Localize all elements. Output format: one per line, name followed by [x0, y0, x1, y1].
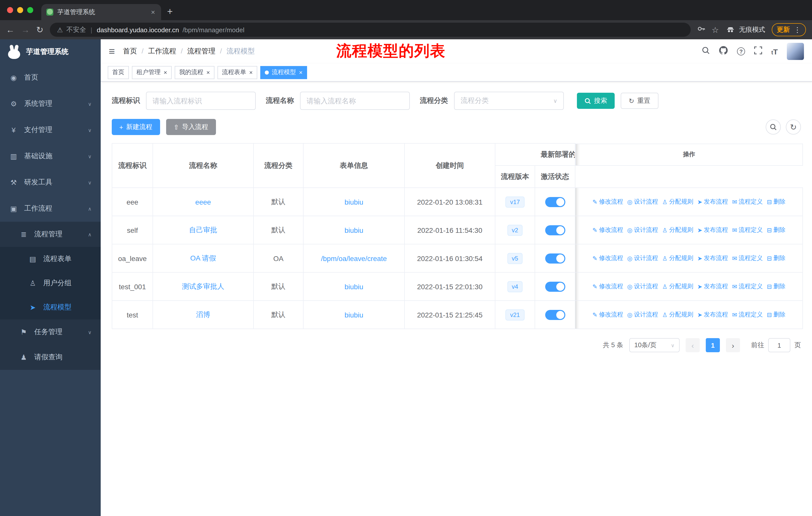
form-info-link[interactable]: biubiu [345, 282, 364, 291]
tag-my-process[interactable]: 我的流程 × [175, 66, 214, 79]
fullscreen-icon[interactable] [754, 46, 762, 56]
app-logo[interactable]: 芋道管理系统 [0, 39, 101, 64]
update-button[interactable]: 更新 ⋮ [772, 23, 806, 36]
forward-icon[interactable]: → [21, 25, 30, 34]
process-name-link[interactable]: OA 请假 [190, 254, 216, 262]
browser-menu-icon[interactable]: ⋮ [794, 26, 801, 34]
modify-process-link[interactable]: ✎修改流程 [592, 197, 623, 206]
reload-icon[interactable]: ↻ [36, 25, 44, 34]
tag-process-model[interactable]: 流程模型 × [260, 66, 307, 79]
sidebar-item-devtools[interactable]: ⚒ 研发工具 ∨ [0, 169, 101, 195]
assign-rule-link[interactable]: ♙分配规则 [662, 254, 693, 263]
create-process-button[interactable]: + 新建流程 [112, 119, 160, 135]
process-name-link[interactable]: 滔博 [196, 310, 210, 318]
user-avatar[interactable] [787, 43, 804, 60]
sidebar-item-user-group[interactable]: ♙ 用户分组 [0, 271, 101, 295]
active-toggle[interactable] [545, 253, 565, 263]
publish-process-link[interactable]: ➤发布流程 [697, 310, 728, 319]
window-zoom-button[interactable] [27, 7, 33, 13]
import-process-button[interactable]: ⇧ 导入流程 [166, 119, 216, 135]
modify-process-link[interactable]: ✎修改流程 [592, 310, 623, 319]
tag-close-icon[interactable]: × [164, 69, 167, 76]
process-definition-link[interactable]: ✉流程定义 [732, 310, 763, 319]
next-page-button[interactable]: › [726, 338, 740, 352]
prev-page-button[interactable]: ‹ [686, 338, 700, 352]
process-definition-link[interactable]: ✉流程定义 [732, 197, 763, 206]
publish-process-link[interactable]: ➤发布流程 [697, 226, 728, 234]
breadcrumb-process-management[interactable]: 流程管理 [176, 47, 215, 56]
process-definition-link[interactable]: ✉流程定义 [732, 254, 763, 263]
tag-close-icon[interactable]: × [206, 69, 210, 76]
hamburger-icon[interactable]: ≡ [109, 45, 115, 57]
delete-link[interactable]: ⊟删除 [767, 310, 785, 319]
active-toggle[interactable] [545, 281, 565, 292]
goto-page-input[interactable] [768, 338, 790, 352]
delete-link[interactable]: ⊟删除 [767, 197, 785, 206]
assign-rule-link[interactable]: ♙分配规则 [662, 197, 693, 206]
search-icon[interactable] [702, 46, 710, 56]
process-name-link[interactable]: 自己审批 [189, 225, 217, 234]
process-definition-link[interactable]: ✉流程定义 [732, 226, 763, 234]
window-minimize-button[interactable] [17, 7, 23, 13]
sidebar-item-workflow[interactable]: ▣ 工作流程 ∧ [0, 195, 101, 222]
process-name-link[interactable]: 测试多审批人 [182, 282, 224, 290]
tag-close-icon[interactable]: × [249, 69, 253, 76]
text-size-icon[interactable]: tT [771, 47, 778, 56]
modify-process-link[interactable]: ✎修改流程 [592, 226, 623, 234]
design-process-link[interactable]: ◎设计流程 [627, 310, 658, 319]
reset-button[interactable]: ↻ 重置 [621, 93, 659, 109]
sidebar-item-process-form[interactable]: ▤ 流程表单 [0, 247, 101, 271]
assign-rule-link[interactable]: ♙分配规则 [662, 282, 693, 291]
form-info-link[interactable]: biubiu [345, 311, 364, 319]
publish-process-link[interactable]: ➤发布流程 [697, 254, 728, 263]
page-size-select[interactable]: 10条/页 ∨ [629, 338, 679, 352]
active-toggle[interactable] [545, 225, 565, 235]
design-process-link[interactable]: ◎设计流程 [627, 197, 658, 206]
assign-rule-link[interactable]: ♙分配规则 [662, 226, 693, 234]
delete-link[interactable]: ⊟删除 [767, 254, 785, 263]
address-bar[interactable]: ⚠ 不安全 | dashboard.yudao.iocoder.cn/bpm/m… [50, 23, 691, 37]
category-select[interactable]: 流程分类 ∨ [454, 92, 564, 110]
process-definition-link[interactable]: ✉流程定义 [732, 282, 763, 291]
sidebar-item-leave-query[interactable]: ♟ 请假查询 [0, 345, 101, 370]
tag-tenant-management[interactable]: 租户管理 × [132, 66, 172, 79]
form-info-link[interactable]: biubiu [345, 198, 364, 206]
new-tab-button[interactable]: + [167, 6, 173, 17]
publish-process-link[interactable]: ➤发布流程 [697, 282, 728, 291]
sidebar-item-home[interactable]: ◉ 首页 [0, 64, 101, 91]
sidebar-item-process-model[interactable]: ➤ 流程模型 [0, 295, 101, 320]
sidebar-item-system[interactable]: ⚙ 系统管理 ∨ [0, 91, 101, 117]
search-button[interactable]: 搜索 [577, 93, 615, 109]
help-icon[interactable]: ? [737, 47, 745, 55]
active-toggle[interactable] [545, 197, 565, 207]
assign-rule-link[interactable]: ♙分配规则 [662, 310, 693, 319]
tag-close-icon[interactable]: × [299, 69, 302, 76]
page-number-1[interactable]: 1 [706, 338, 720, 352]
modify-process-link[interactable]: ✎修改流程 [592, 282, 623, 291]
modify-process-link[interactable]: ✎修改流程 [592, 254, 623, 263]
sidebar-item-task-management[interactable]: ⚑ 任务管理 ∨ [0, 320, 101, 345]
design-process-link[interactable]: ◎设计流程 [627, 226, 658, 234]
delete-link[interactable]: ⊟删除 [767, 226, 785, 234]
publish-process-link[interactable]: ➤发布流程 [697, 197, 728, 206]
tag-process-form[interactable]: 流程表单 × [218, 66, 257, 79]
design-process-link[interactable]: ◎设计流程 [627, 282, 658, 291]
active-toggle[interactable] [545, 310, 565, 320]
bookmark-star-icon[interactable]: ☆ [712, 25, 719, 34]
process-name-link[interactable]: eeee [195, 198, 211, 206]
delete-link[interactable]: ⊟删除 [767, 282, 785, 291]
back-icon[interactable]: ← [6, 25, 14, 34]
show-search-button[interactable] [766, 119, 781, 135]
tag-home[interactable]: 首页 [108, 66, 129, 79]
sidebar-item-infrastructure[interactable]: ▥ 基础设施 ∨ [0, 143, 101, 169]
form-info-link[interactable]: /bpm/oa/leave/create [321, 254, 387, 262]
process-name-input[interactable] [300, 92, 410, 110]
process-id-input[interactable] [146, 92, 256, 110]
github-icon[interactable] [719, 46, 728, 57]
breadcrumb-workflow[interactable]: 工作流程 [137, 47, 176, 56]
sidebar-item-payment[interactable]: ¥ 支付管理 ∨ [0, 117, 101, 143]
window-close-button[interactable] [7, 7, 13, 13]
design-process-link[interactable]: ◎设计流程 [627, 254, 658, 263]
tab-close-icon[interactable]: × [150, 8, 156, 16]
breadcrumb-home[interactable]: 首页 [123, 47, 137, 56]
